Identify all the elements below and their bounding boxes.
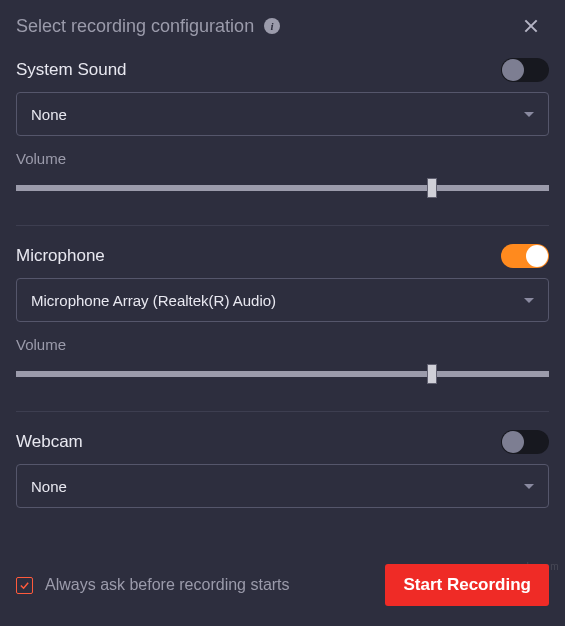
slider-track	[16, 371, 549, 377]
chevron-down-icon	[524, 484, 534, 489]
divider	[16, 411, 549, 412]
webcam-section: Webcam None	[0, 418, 565, 514]
toggle-knob	[502, 431, 524, 453]
chevron-down-icon	[524, 112, 534, 117]
close-icon[interactable]	[519, 14, 543, 38]
dialog-footer: Always ask before recording starts Start…	[0, 550, 565, 626]
divider	[16, 225, 549, 226]
always-ask-checkbox[interactable]	[16, 577, 33, 594]
system-sound-volume-slider[interactable]	[16, 175, 549, 201]
microphone-toggle[interactable]	[501, 244, 549, 268]
slider-track	[16, 185, 549, 191]
system-sound-volume-label: Volume	[16, 150, 549, 167]
toggle-knob	[526, 245, 548, 267]
slider-thumb[interactable]	[427, 178, 437, 198]
system-sound-label: System Sound	[16, 60, 127, 80]
microphone-select-value: Microphone Array (Realtek(R) Audio)	[31, 292, 276, 309]
check-icon	[19, 580, 30, 591]
system-sound-select-value: None	[31, 106, 67, 123]
microphone-label: Microphone	[16, 246, 105, 266]
system-sound-section: System Sound None Volume	[0, 46, 565, 207]
chevron-down-icon	[524, 298, 534, 303]
webcam-select-value: None	[31, 478, 67, 495]
info-icon[interactable]: i	[264, 18, 280, 34]
microphone-select[interactable]: Microphone Array (Realtek(R) Audio)	[16, 278, 549, 322]
always-ask-label: Always ask before recording starts	[45, 576, 290, 594]
webcam-select[interactable]: None	[16, 464, 549, 508]
microphone-volume-slider[interactable]	[16, 361, 549, 387]
slider-thumb[interactable]	[427, 364, 437, 384]
webcam-label: Webcam	[16, 432, 83, 452]
start-recording-button[interactable]: Start Recording	[385, 564, 549, 606]
system-sound-select[interactable]: None	[16, 92, 549, 136]
microphone-section: Microphone Microphone Array (Realtek(R) …	[0, 232, 565, 393]
microphone-volume-label: Volume	[16, 336, 549, 353]
system-sound-toggle[interactable]	[501, 58, 549, 82]
webcam-toggle[interactable]	[501, 430, 549, 454]
toggle-knob	[502, 59, 524, 81]
dialog-header: Select recording configuration i	[0, 0, 565, 46]
dialog-title: Select recording configuration	[16, 16, 254, 37]
